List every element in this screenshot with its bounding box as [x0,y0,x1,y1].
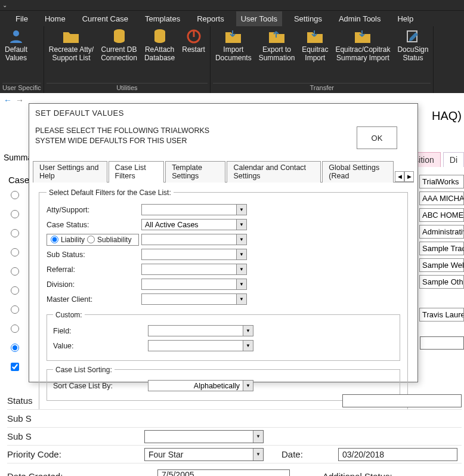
case-label: Case [8,175,29,185]
chevron-down-icon: ▼ [243,326,253,336]
referral-dropdown[interactable]: ▼ [141,264,247,275]
export-summation-button[interactable]: Export toSummation [255,26,299,63]
menu-file[interactable]: File [11,11,33,26]
master-client-dropdown[interactable]: ▼ [141,293,247,305]
dialog-tab-4[interactable]: Global Settings (Read [322,161,394,183]
chevron-down-icon: ▼ [253,431,263,443]
dialog-tab-0[interactable]: User Settings and Help [33,161,107,183]
side-list-item[interactable]: AAA MICHAE [419,191,464,205]
tab-scroll-left[interactable]: ◀ [395,171,404,182]
menu-user-tools[interactable]: User Tools [236,11,282,26]
status-label: Status [7,395,135,406]
dialog-tab-1[interactable]: Case List Filters [109,161,165,183]
dialog-instructions: PLEASE SELECT THE FOLLOWING TRIALWORKSSY… [29,126,280,146]
filters-legend: Select Default Filters for the Case List… [47,188,174,197]
chevron-down-icon: ▼ [253,449,263,460]
radio-stack [11,191,19,371]
menu-reports[interactable]: Reports [192,11,229,26]
case-status-dropdown[interactable]: All Active Cases▼ [141,219,247,230]
date-created-field[interactable]: 7/5/2005 [157,469,290,476]
value-label: Value: [53,342,146,350]
side-list-item[interactable]: ABC HOMEC [419,208,464,222]
field-label: Field: [53,327,146,335]
row-radio-8[interactable] [11,324,19,333]
side-list-item[interactable]: Travis Lauren [419,308,464,322]
row-radio-1[interactable] [11,191,19,199]
dialog-tab-2[interactable]: Template Settings [165,161,225,183]
custom-legend: Custom: [53,311,85,319]
menu-admin-tools[interactable]: Admin Tools [334,11,386,26]
sub-status-dropdown[interactable]: ▼ [141,249,247,260]
referral-label: Referral: [47,265,139,274]
liability-radio[interactable]: Liability [51,236,85,244]
tab-scroll-right[interactable]: ▶ [404,171,414,182]
side-input[interactable] [420,336,464,350]
division-dropdown[interactable]: ▼ [141,279,247,290]
date-field[interactable]: 03/20/2018 [338,448,457,461]
current-db-button[interactable]: Current DBConnection [97,26,141,63]
chevron-down-icon: ▼ [236,234,246,245]
title-bar: ⌄ [0,0,464,10]
restart-button[interactable]: Restart [178,26,209,54]
set-default-values-dialog: SET DEFAULT VALUES PLEASE SELECT THE FOL… [29,103,418,382]
equitrac-import-button[interactable]: EquitracImport [298,26,332,63]
menu-current-case[interactable]: Current Case [78,11,133,26]
docusign-button[interactable]: DocuSignStatus [394,26,432,63]
atty-support-dropdown[interactable]: ▼ [141,204,247,215]
row-radio-5[interactable] [11,267,19,276]
sort-by-dropdown[interactable]: Alphabetically▼ [148,380,253,391]
additional-status-label: Additional Status: [323,471,392,477]
priority-dropdown[interactable]: Four Star▼ [144,448,264,461]
side-list-item[interactable]: Sample Othe [419,275,464,289]
recreate-atty-button[interactable]: Recreate Atty/Support List [45,26,97,63]
chevron-down-icon: ▼ [236,264,246,274]
filters-fieldset: Select Default Filters for the Case List… [39,188,408,410]
sorting-legend: Case List Sorting: [53,366,115,374]
row-radio-4[interactable] [11,248,19,256]
row-check-10[interactable] [11,363,19,371]
sub-status-label: Sub Status: [47,251,139,259]
field-dropdown[interactable]: ▼ [148,325,253,336]
chevron-down-icon: ▼ [243,381,253,391]
side-list-item[interactable]: Administrativ [419,225,464,239]
value-dropdown[interactable]: ▼ [148,340,253,351]
equitrac-summary-button[interactable]: Equitrac/CopitrakSummary Import [332,26,394,63]
reattach-db-button[interactable]: ReAttachDatabase [141,26,178,63]
status-field[interactable] [342,394,462,407]
row-radio-6[interactable] [11,286,19,295]
priority-label: Priority Code: [7,449,135,459]
liability-dropdown[interactable]: ▼ [141,234,247,245]
row-radio-2[interactable] [11,210,19,218]
side-list-item[interactable]: Sample Web [419,258,464,272]
sub-status2-label: Sub S [7,431,135,441]
tab-di[interactable]: Di [443,152,464,167]
menu-home[interactable]: Home [40,11,70,26]
back-arrow-icon[interactable]: ← [4,95,12,105]
default-values-button[interactable]: DefaultValues [1,26,31,63]
side-list-item[interactable]: Sample Trad [419,242,464,255]
menu-templates[interactable]: Templates [140,11,185,26]
dialog-tab-3[interactable]: Calendar and Contact Settings [227,161,321,183]
menu-help[interactable]: Help [392,11,418,26]
sub-status2-field[interactable]: ▼ [144,430,264,443]
svg-rect-4 [193,30,194,37]
ok-button[interactable]: OK [357,126,397,149]
row-radio-7[interactable] [11,305,19,314]
date-label: Date: [264,449,320,459]
chevron-down-icon: ▼ [236,220,246,230]
ribbon-group-label: Utilities [47,83,208,93]
division-label: Division: [47,280,139,289]
row-radio-9[interactable] [11,344,19,352]
case-status-label: Case Status: [47,221,139,229]
ribbon-group-label: User Specific [2,83,41,93]
subliability-radio[interactable]: Subliability [87,236,131,244]
forward-arrow-icon[interactable]: → [16,95,24,105]
bg-tab-partial: Summa [4,153,32,162]
menu-settings[interactable]: Settings [289,11,327,26]
side-list-item[interactable]: TrialWorks [419,175,464,188]
import-docs-button[interactable]: ImportDocuments [212,26,255,63]
dialog-title: SET DEFAULT VALUES [29,104,417,126]
date-created-label: Date Created: [7,471,157,477]
row-radio-3[interactable] [11,229,19,237]
qat-caret[interactable]: ⌄ [2,2,7,8]
